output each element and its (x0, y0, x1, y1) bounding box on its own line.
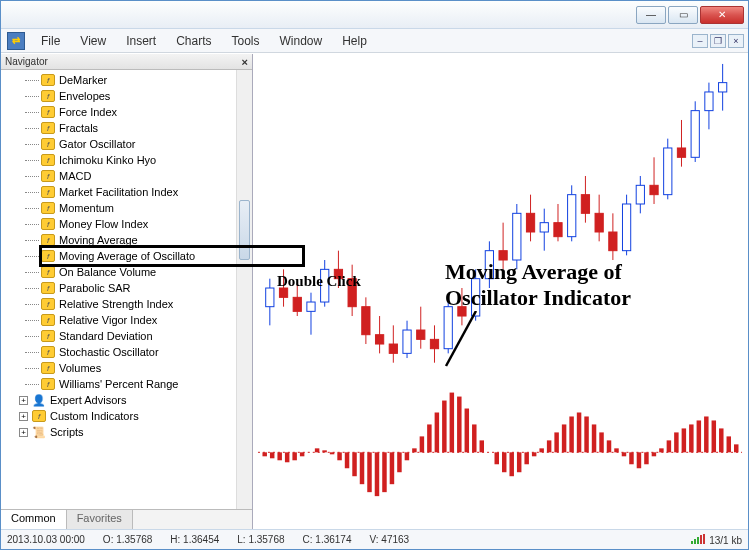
menu-help[interactable]: Help (332, 31, 377, 51)
menu-window[interactable]: Window (270, 31, 333, 51)
category-item[interactable]: +👤Expert Advisors (1, 392, 252, 408)
expand-icon[interactable]: + (19, 412, 28, 421)
navigator-close-icon[interactable]: × (242, 56, 248, 68)
navigator-tabs: Common Favorites (1, 509, 252, 529)
navigator-tree[interactable]: fDeMarkerfEnvelopesfForce IndexfFractals… (1, 70, 252, 509)
minimize-button[interactable]: — (636, 6, 666, 24)
category-item[interactable]: +fCustom Indicators (1, 408, 252, 424)
indicator-item[interactable]: fFractals (1, 120, 252, 136)
svg-rect-19 (389, 344, 397, 353)
indicator-label: Gator Oscillator (59, 138, 135, 150)
indicator-label: MACD (59, 170, 91, 182)
indicator-label: Relative Vigor Index (59, 314, 157, 326)
indicator-item[interactable]: fMoving Average of Oscillato (1, 248, 252, 264)
mdi-close-button[interactable]: × (728, 34, 744, 48)
indicator-label: Stochastic Oscillator (59, 346, 159, 358)
svg-rect-49 (595, 213, 603, 232)
indicator-icon: f (41, 74, 55, 86)
navigator-title-text: Navigator (5, 56, 48, 67)
status-volume: V: 47163 (369, 534, 409, 545)
indicator-item[interactable]: fVolumes (1, 360, 252, 376)
indicator-icon: f (41, 250, 55, 262)
indicator-item[interactable]: fMoving Average (1, 232, 252, 248)
titlebar[interactable]: — ▭ ✕ (1, 1, 748, 29)
app-window: — ▭ ✕ ⇄ FileViewInsertChartsToolsWindowH… (0, 0, 749, 550)
mdi-restore-button[interactable]: ❐ (710, 34, 726, 48)
scrollbar-thumb[interactable] (239, 200, 250, 260)
indicator-item[interactable]: fMomentum (1, 200, 252, 216)
indicator-label: Momentum (59, 202, 114, 214)
app-icon: ⇄ (7, 32, 25, 50)
mdi-minimize-button[interactable]: – (692, 34, 708, 48)
indicator-label: Force Index (59, 106, 117, 118)
expand-icon[interactable]: + (19, 396, 28, 405)
indicator-item[interactable]: fOn Balance Volume (1, 264, 252, 280)
indicator-label: Fractals (59, 122, 98, 134)
svg-rect-39 (526, 213, 534, 232)
menu-insert[interactable]: Insert (116, 31, 166, 51)
svg-rect-63 (691, 111, 699, 158)
menu-view[interactable]: View (70, 31, 116, 51)
indicator-item[interactable]: fGator Oscillator (1, 136, 252, 152)
indicator-item[interactable]: fDeMarker (1, 72, 252, 88)
category-label: Scripts (50, 426, 84, 438)
menu-charts[interactable]: Charts (166, 31, 221, 51)
indicator-label: Volumes (59, 362, 101, 374)
svg-rect-61 (677, 148, 685, 157)
tab-favorites[interactable]: Favorites (67, 510, 133, 529)
svg-rect-15 (362, 307, 370, 335)
svg-rect-37 (513, 213, 521, 260)
indicator-item[interactable]: fEnvelopes (1, 88, 252, 104)
annotation-double-click: Double Click (277, 273, 361, 290)
indicator-label: Moving Average of Oscillato (59, 250, 195, 262)
svg-rect-65 (705, 92, 713, 111)
close-button[interactable]: ✕ (700, 6, 744, 24)
navigator-panel: Navigator × fDeMarkerfEnvelopesfForce In… (1, 54, 253, 529)
indicator-item[interactable]: fIchimoku Kinko Hyo (1, 152, 252, 168)
indicator-icon: f (41, 266, 55, 278)
indicator-icon: f (41, 170, 55, 182)
indicator-item[interactable]: fStochastic Oscillator (1, 344, 252, 360)
scrollbar[interactable] (236, 70, 252, 509)
indicator-label: DeMarker (59, 74, 107, 86)
svg-rect-23 (417, 330, 425, 339)
status-date: 2013.10.03 00:00 (7, 534, 85, 545)
expand-icon[interactable]: + (19, 428, 28, 437)
svg-rect-41 (540, 223, 548, 232)
status-open: O: 1.35768 (103, 534, 152, 545)
menu-file[interactable]: File (31, 31, 70, 51)
svg-rect-51 (609, 232, 617, 251)
indicator-icon: f (41, 122, 55, 134)
indicator-icon: f (41, 218, 55, 230)
category-item[interactable]: +📜Scripts (1, 424, 252, 440)
svg-rect-1 (266, 288, 274, 307)
navigator-title: Navigator × (1, 54, 252, 70)
indicator-icon: f (41, 234, 55, 246)
indicator-item[interactable]: fStandard Deviation (1, 328, 252, 344)
menu-tools[interactable]: Tools (222, 31, 270, 51)
indicator-item[interactable]: fWilliams' Percent Range (1, 376, 252, 392)
maximize-button[interactable]: ▭ (668, 6, 698, 24)
indicator-item[interactable]: fParabolic SAR (1, 280, 252, 296)
indicator-item[interactable]: fMoney Flow Index (1, 216, 252, 232)
svg-rect-7 (307, 302, 315, 311)
svg-rect-67 (719, 83, 727, 92)
indicator-label: Parabolic SAR (59, 282, 131, 294)
svg-rect-53 (622, 204, 630, 251)
indicator-item[interactable]: fRelative Vigor Index (1, 312, 252, 328)
category-icon: f (32, 410, 46, 422)
indicator-label: On Balance Volume (59, 266, 156, 278)
tab-common[interactable]: Common (1, 510, 67, 529)
status-close: C: 1.36174 (303, 534, 352, 545)
indicator-item[interactable]: fMarket Facilitation Index (1, 184, 252, 200)
indicator-icon: f (41, 346, 55, 358)
category-icon: 👤 (32, 394, 46, 406)
svg-rect-55 (636, 185, 644, 204)
indicator-item[interactable]: fForce Index (1, 104, 252, 120)
indicator-item[interactable]: fMACD (1, 168, 252, 184)
indicator-icon: f (41, 154, 55, 166)
svg-rect-21 (403, 330, 411, 353)
indicator-item[interactable]: fRelative Strength Index (1, 296, 252, 312)
svg-rect-43 (554, 223, 562, 237)
svg-rect-5 (293, 297, 301, 311)
